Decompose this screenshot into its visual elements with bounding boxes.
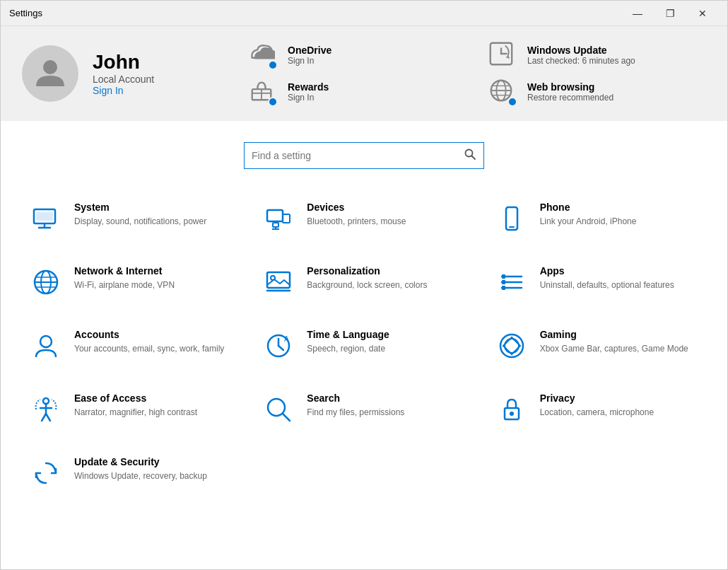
user-details: John Local Account Sign In	[93, 51, 154, 96]
user-account-type: Local Account	[93, 74, 154, 85]
svg-line-46	[283, 414, 290, 421]
close-button[interactable]: ✕	[686, 1, 719, 26]
header-tiles: OneDrive Sign In Windows Update Last c	[248, 40, 706, 107]
settings-window: Settings — ❐ ✕ John Local Account Sign I	[0, 0, 728, 570]
maximize-button[interactable]: ❐	[654, 1, 686, 26]
search-input[interactable]	[252, 150, 464, 161]
minimize-button[interactable]: —	[621, 1, 654, 26]
search-setting-desc: Find my files, permissions	[307, 407, 404, 419]
svg-rect-16	[267, 210, 283, 221]
web-browsing-tile[interactable]: Web browsing Restore recommended	[488, 77, 706, 107]
settings-item-phone[interactable]: Phone Link your Android, iPhone	[488, 190, 706, 247]
search-setting-icon	[262, 392, 295, 426]
ease-icon	[29, 392, 63, 426]
time-title: Time & Language	[307, 329, 389, 340]
search-setting-title: Search	[307, 392, 404, 404]
settings-item-devices[interactable]: Devices Bluetooth, printers, mouse	[254, 190, 473, 247]
accounts-text: Accounts Your accounts, email, sync, wor…	[74, 329, 224, 355]
gaming-text: Gaming Xbox Game Bar, captures, Game Mod…	[540, 329, 688, 355]
avatar	[22, 45, 78, 102]
devices-desc: Bluetooth, printers, mouse	[307, 216, 406, 228]
update-icon	[29, 456, 63, 490]
privacy-text: Privacy Location, camera, microphone	[540, 392, 654, 419]
window-title: Settings	[9, 8, 621, 18]
onedrive-icon-wrap	[248, 40, 278, 70]
settings-item-privacy[interactable]: Privacy Location, camera, microphone	[488, 381, 706, 438]
web-browsing-title: Web browsing	[527, 81, 613, 93]
settings-item-apps[interactable]: Apps Uninstall, defaults, optional featu…	[488, 254, 706, 310]
devices-icon	[262, 202, 295, 235]
time-text: Time & Language Speech, region, date	[307, 329, 389, 355]
window-controls: — ❐ ✕	[621, 1, 719, 26]
search-bar	[244, 142, 484, 169]
svg-point-29	[271, 276, 275, 280]
svg-point-37	[40, 336, 52, 347]
svg-point-43	[505, 339, 519, 353]
rewards-text: Rewards Sign In	[288, 81, 329, 103]
settings-item-update[interactable]: Update & Security Windows Update, recove…	[22, 445, 240, 501]
apps-desc: Uninstall, defaults, optional features	[540, 279, 674, 291]
onedrive-text: OneDrive Sign In	[288, 45, 331, 66]
web-browsing-icon-wrap	[488, 77, 517, 107]
settings-grid: System Display, sound, notifications, po…	[22, 190, 706, 501]
web-browsing-dot	[507, 97, 517, 107]
ease-text: Ease of Access Narrator, magnifier, high…	[74, 392, 197, 419]
phone-text: Phone Link your Android, iPhone	[540, 202, 637, 228]
update-title: Update & Security	[74, 456, 207, 467]
settings-item-time[interactable]: A Time & Language Speech, region, date	[254, 318, 473, 374]
windows-update-tile[interactable]: Windows Update Last checked: 6 minutes a…	[488, 40, 706, 70]
network-icon	[29, 265, 63, 299]
svg-rect-28	[267, 272, 290, 288]
accounts-icon	[29, 329, 63, 363]
windows-update-icon-wrap	[488, 40, 517, 70]
system-icon	[29, 202, 63, 235]
user-avatar-icon	[33, 54, 68, 93]
svg-rect-36	[502, 286, 505, 290]
update-text: Update & Security Windows Update, recove…	[74, 456, 207, 482]
svg-rect-18	[273, 223, 278, 227]
privacy-icon	[495, 392, 529, 426]
devices-text: Devices Bluetooth, printers, mouse	[307, 202, 406, 228]
content-area: System Display, sound, notifications, po…	[1, 121, 727, 569]
header-section: John Local Account Sign In OneDrive Sign	[1, 26, 727, 121]
settings-item-search[interactable]: Search Find my files, permissions	[254, 381, 473, 438]
rewards-subtitle: Sign In	[288, 93, 329, 103]
system-desc: Display, sound, notifications, power	[74, 216, 206, 228]
privacy-desc: Location, camera, microphone	[540, 407, 654, 419]
ease-desc: Narrator, magnifier, high contrast	[74, 407, 197, 419]
svg-line-11	[472, 156, 476, 160]
svg-point-48	[510, 412, 514, 416]
settings-item-gaming[interactable]: Gaming Xbox Game Bar, captures, Game Mod…	[488, 318, 706, 374]
apps-title: Apps	[540, 265, 674, 277]
svg-rect-35	[502, 280, 505, 284]
web-browsing-text: Web browsing Restore recommended	[527, 81, 613, 103]
settings-item-ease[interactable]: Ease of Access Narrator, magnifier, high…	[22, 381, 240, 438]
onedrive-tile[interactable]: OneDrive Sign In	[248, 40, 466, 70]
network-desc: Wi-Fi, airplane mode, VPN	[74, 279, 175, 291]
svg-point-0	[43, 60, 57, 74]
personalization-icon	[262, 265, 295, 299]
windows-update-title: Windows Update	[527, 45, 635, 56]
accounts-desc: Your accounts, email, sync, work, family	[74, 343, 224, 355]
network-text: Network & Internet Wi-Fi, airplane mode,…	[74, 265, 175, 291]
settings-item-personalization[interactable]: Personalization Background, lock screen,…	[254, 254, 473, 310]
search-setting-text: Search Find my files, permissions	[307, 392, 404, 419]
search-icon	[464, 148, 476, 163]
settings-item-accounts[interactable]: Accounts Your accounts, email, sync, wor…	[22, 318, 240, 374]
rewards-tile[interactable]: Rewards Sign In	[248, 77, 466, 107]
system-title: System	[74, 202, 206, 213]
rewards-icon-wrap	[248, 77, 278, 107]
personalization-text: Personalization Background, lock screen,…	[307, 265, 427, 291]
network-title: Network & Internet	[74, 265, 175, 277]
gaming-title: Gaming	[540, 329, 688, 340]
sign-in-link[interactable]: Sign In	[93, 85, 154, 96]
svg-rect-34	[502, 274, 505, 279]
onedrive-title: OneDrive	[288, 45, 331, 56]
update-desc: Windows Update, recovery, backup	[74, 470, 207, 482]
user-name: John	[93, 51, 154, 74]
time-icon: A	[262, 329, 295, 363]
svg-text:A: A	[284, 335, 289, 343]
gaming-icon	[495, 329, 529, 363]
settings-item-system[interactable]: System Display, sound, notifications, po…	[22, 190, 240, 247]
settings-item-network[interactable]: Network & Internet Wi-Fi, airplane mode,…	[22, 254, 240, 310]
